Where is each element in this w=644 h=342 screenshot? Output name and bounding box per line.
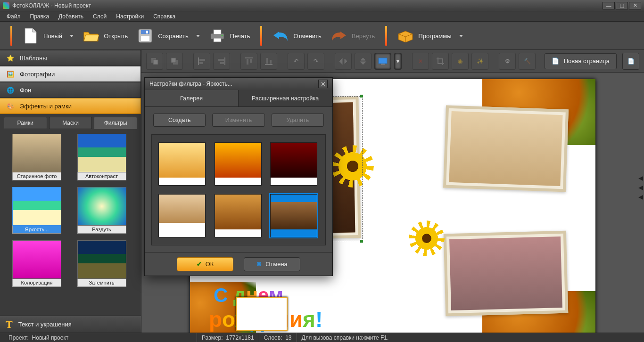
align-top-icon[interactable] [240,53,257,70]
delete-icon[interactable]: ✕ [412,53,429,70]
fit-dropdown-icon[interactable]: ▾ [394,53,402,70]
selection-handle[interactable] [360,239,363,243]
svg-rect-1 [141,30,149,34]
maximize-button[interactable]: ▢ [616,2,628,9]
gallery-preset[interactable] [270,142,317,186]
gallery-preset[interactable] [158,194,206,237]
svg-rect-25 [381,64,385,65]
svg-rect-3 [146,31,148,33]
filter-autocontrast[interactable]: Автоконтраст [77,134,126,180]
gallery-preset-selected[interactable] [270,194,317,237]
dialog-tab-advanced[interactable]: Расширенная настройка [239,90,332,106]
filter-colorize[interactable]: Колоризация [12,240,61,287]
save-label: Сохранить [158,33,189,40]
box-icon [397,28,413,44]
dialog-edit-button[interactable]: Изменить [212,114,264,127]
dialog-close-button[interactable]: ✕ [318,80,328,88]
page-thumbnail[interactable] [236,297,288,331]
svg-rect-22 [266,58,268,64]
statusbar: Проект: Новый проект Размер: 1772x1181 С… [0,333,644,342]
check-icon: ✔ [197,261,202,268]
accordion-effects[interactable]: 🎨 Эффекты и рамки [0,98,141,114]
bring-forward-icon[interactable] [146,53,163,70]
window-title: ФотоКОЛЛАЖ - Новый проект [12,2,603,9]
subtab-filters[interactable]: Фильтры [94,117,137,129]
page-settings-icon[interactable]: 📄 [622,53,639,70]
undo-icon [272,28,289,44]
rotate-right-icon[interactable]: ↷ [307,53,324,70]
status-project: Проект: Новый проект [4,333,197,342]
gallery-preset[interactable] [215,194,262,237]
rotate-left-icon[interactable]: ↶ [288,53,305,70]
menu-file[interactable]: Файл [2,12,25,21]
accordion-background[interactable]: 🌐 Фон [0,82,141,98]
programs-button[interactable]: Программы [393,26,467,46]
caret-icon [70,35,74,37]
align-left-icon[interactable] [193,53,210,70]
toolbar-separator [385,26,387,46]
menu-settings[interactable]: Настройки [111,12,149,21]
wand-icon[interactable]: ✨ [471,53,488,70]
text-decorations-strip[interactable]: T Текст и украшения [0,316,141,333]
svg-rect-12 [198,57,199,65]
crop-icon[interactable] [432,53,449,70]
gallery-preset[interactable] [158,142,206,186]
new-button[interactable]: Новый [18,26,78,46]
text-decorations-label: Текст и украшения [18,321,72,328]
hammer-icon[interactable]: 🔨 [519,53,536,70]
gear-icon[interactable]: ⚙ [499,53,516,70]
gallery-preset[interactable] [215,142,262,186]
fit-screen-icon[interactable] [374,53,391,70]
photo-frame[interactable] [443,106,569,192]
dialog-ok-button[interactable]: ✔ ОК [177,257,233,271]
floppy-icon [137,28,153,44]
save-button[interactable]: Сохранить [132,26,205,46]
svg-rect-23 [270,60,272,64]
minimize-button[interactable]: — [603,2,615,9]
dialog-tab-gallery[interactable]: Галерея [145,90,239,106]
dialog-titlebar[interactable]: Настройки фильтра - Яркость... ✕ [145,78,332,90]
new-page-button[interactable]: 📄 Новая страница [545,53,617,69]
open-button[interactable]: Открыть [78,26,132,46]
align-bottom-icon[interactable] [260,53,277,70]
dialog-create-button[interactable]: Создать [153,114,206,127]
color-icon[interactable]: ◉ [452,53,469,70]
dialog-cancel-button[interactable]: ✖ Отмена [244,257,300,271]
titlebar: ФотоКОЛЛАЖ - Новый проект — ▢ ✕ [0,0,644,11]
align-right-icon[interactable] [213,53,230,70]
print-button[interactable]: Печать [205,26,255,46]
dialog-delete-button[interactable]: Удалить [272,114,324,127]
accordion-photos[interactable]: 🖼️ Фотографии [0,66,141,82]
close-button[interactable]: ✕ [629,2,641,9]
menu-edit[interactable]: Правка [25,12,54,21]
selection-handle[interactable] [360,94,363,98]
status-layers: Слоев: 13 [259,333,297,342]
photo-frame[interactable] [444,231,568,317]
undo-button[interactable]: Отменить [268,26,326,46]
svg-rect-14 [199,62,203,64]
filter-bulge[interactable]: Раздуть [77,187,126,234]
svg-rect-21 [265,64,272,65]
svg-rect-13 [199,59,205,61]
subtab-masks[interactable]: Маски [49,117,92,129]
menu-layer[interactable]: Слой [88,12,111,21]
new-file-icon [23,28,39,44]
programs-label: Программы [418,33,451,40]
flip-h-icon[interactable] [335,53,352,70]
redo-button[interactable]: Вернуть [326,26,380,46]
filter-brightness[interactable]: Яркость... [12,187,61,234]
subtab-frames[interactable]: Рамки [4,117,47,129]
send-backward-icon[interactable] [166,53,183,70]
filter-darken[interactable]: Затемнить [77,240,126,287]
menu-add[interactable]: Добавить [54,12,88,21]
globe-icon: 🌐 [6,85,15,95]
side-panel: ⭐ Шаблоны 🖼️ Фотографии 🌐 Фон 🎨 Эффекты … [0,50,141,333]
svg-rect-2 [141,36,149,41]
filter-old-photo[interactable]: Старинное фото [12,134,61,180]
svg-rect-11 [171,58,176,63]
accordion-templates[interactable]: ⭐ Шаблоны [0,50,141,66]
flip-v-icon[interactable] [355,53,372,70]
status-help: Для вызова справки нажмите F1. [297,333,394,342]
dialog-gallery [151,134,326,245]
menu-help[interactable]: Справка [149,12,180,21]
